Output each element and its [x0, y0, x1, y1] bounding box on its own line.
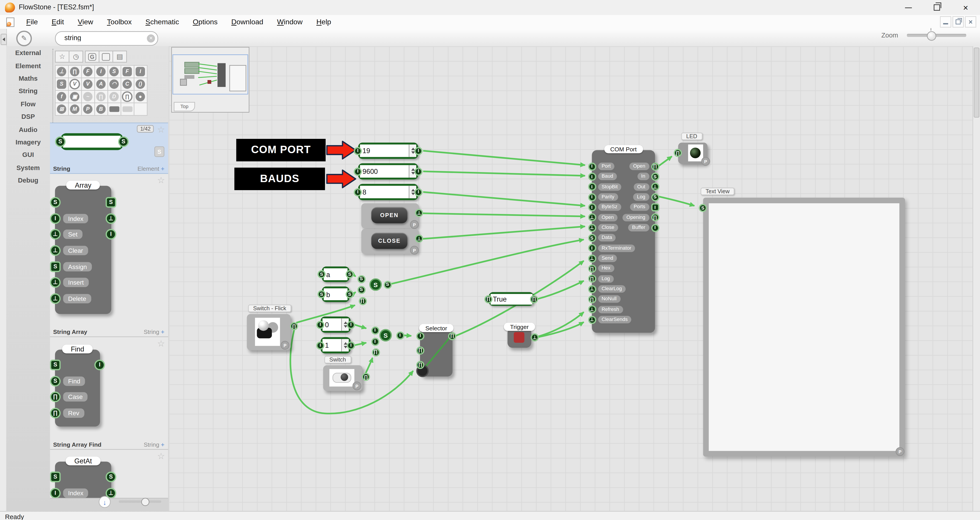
schematic-tab-top[interactable]: Top [174, 102, 195, 111]
string-out-connector[interactable]: S [346, 270, 354, 278]
input-connector[interactable]: I [50, 488, 60, 498]
string-b-value[interactable]: b [324, 289, 348, 300]
output-connector[interactable]: S [106, 472, 116, 483]
properties-badge[interactable]: P [410, 246, 419, 255]
type-filter-dot[interactable]: ● [134, 90, 147, 103]
string-in-connector[interactable]: S [699, 204, 707, 212]
type-filter-v[interactable]: V [81, 77, 95, 91]
output-buffer[interactable]: I [651, 224, 659, 232]
favorite-star-icon[interactable]: ☆ [157, 338, 165, 348]
bool-out-connector[interactable]: ∏ [530, 295, 538, 303]
spinner-up-icon[interactable] [411, 189, 415, 191]
trigger-module[interactable]: Trigger ⊥ [508, 328, 531, 348]
favorite-star-icon[interactable]: ☆ [157, 124, 165, 134]
input-parity[interactable]: I [588, 193, 596, 201]
properties-badge[interactable]: P [896, 447, 904, 456]
trigger-out-connector[interactable]: ⊥ [531, 333, 539, 341]
filter-modules-button[interactable]: ▤ [113, 51, 127, 62]
input-hex[interactable]: ∏ [588, 265, 596, 273]
sidebar-item-external[interactable]: External [6, 46, 50, 59]
output-in[interactable]: S [651, 172, 659, 180]
type-filter-string[interactable]: S [107, 65, 121, 78]
sidebar-item-element[interactable]: Element [6, 59, 50, 72]
menu-view[interactable]: View [71, 18, 100, 26]
output-open[interactable]: ∏ [651, 163, 659, 171]
int-zero-value[interactable]: 0 [323, 318, 341, 331]
type-filter-midi[interactable]: M [68, 102, 81, 115]
drag-type-badge[interactable]: S [154, 147, 164, 157]
array-module-preview[interactable]: Array S IIndex ⊥Set ⊥Clear SAssign ⊥Inse… [55, 186, 111, 314]
zoom-slider[interactable] [907, 33, 966, 37]
input-open[interactable]: ⊥ [588, 214, 596, 222]
type-filter-bitmap[interactable]: ▣ [68, 90, 81, 103]
sidebar-item-system[interactable]: System [6, 161, 50, 174]
type-filter-int[interactable]: I [94, 65, 108, 78]
result-item-string-array[interactable]: ☆ Array S IIndex ⊥Set ⊥Clear SAssign ⊥In… [50, 174, 168, 337]
selector-module[interactable]: Selector I ∏ ∏ ∏ [420, 329, 453, 376]
text-view-module[interactable]: Text View S P [703, 198, 905, 457]
string-switch-select[interactable]: ∏ [358, 297, 366, 305]
input-port[interactable]: I [588, 163, 596, 171]
output-opening[interactable]: ∏ [651, 214, 659, 222]
spinner-down-icon[interactable] [411, 172, 415, 174]
input-connector[interactable]: ∏ [50, 408, 60, 419]
string-in-connector[interactable]: S [318, 270, 326, 278]
spinner-down-icon[interactable] [344, 325, 347, 328]
input-connector[interactable]: ⊥ [50, 293, 60, 304]
menu-help[interactable]: Help [310, 18, 338, 26]
sidebar-item-gui[interactable]: GUI [6, 148, 50, 161]
input-close[interactable]: ⊥ [588, 224, 596, 232]
open-button[interactable]: OPEN [371, 207, 407, 223]
menu-schematic[interactable]: Schematic [138, 18, 186, 26]
close-button[interactable]: CLOSE [371, 233, 407, 249]
input-connector[interactable]: ⊥ [50, 245, 60, 256]
string-switch-in2[interactable]: S [357, 286, 365, 293]
type-filter-mesh[interactable]: ◠ [107, 77, 121, 91]
int-out-connector[interactable]: I [347, 321, 355, 329]
canvas-vertical-scrollbar[interactable] [972, 46, 980, 511]
menu-download[interactable]: Download [224, 18, 270, 26]
com-port-module[interactable]: COM Port IPort IBaud IStopBit IParity IB… [592, 150, 655, 333]
type-filter-float-array[interactable]: F [120, 65, 134, 78]
spinner-down-icon[interactable] [411, 152, 415, 154]
string-switch-in1[interactable]: S [357, 275, 365, 283]
type-filter-bool[interactable]: ∏ [68, 65, 81, 78]
input-stopbit[interactable]: I [588, 183, 596, 191]
int-switch-out[interactable]: I [396, 331, 404, 339]
sidebar-item-string[interactable]: String [6, 85, 50, 97]
spinner-down-icon[interactable] [411, 193, 415, 195]
type-filter-frame[interactable]: f [55, 90, 68, 103]
menu-window[interactable]: Window [270, 18, 310, 26]
input-send[interactable]: ⊥ [588, 254, 596, 262]
mdi-restore-button[interactable] [953, 16, 964, 28]
trigger-out-connector[interactable]: ⊥ [415, 209, 423, 217]
add-icon[interactable]: + [161, 328, 164, 335]
toolbox-zoom-slider[interactable] [119, 500, 161, 503]
output-log[interactable]: S [651, 193, 659, 201]
sidebar-item-dsp[interactable]: DSP [6, 110, 50, 123]
input-connector[interactable]: S [50, 261, 60, 272]
type-filter-int-array[interactable]: I [134, 65, 147, 78]
led-module[interactable]: LED ∏ P [678, 143, 708, 164]
sidebar-item-debug[interactable]: Debug [6, 174, 50, 187]
filter-primitives-button[interactable] [99, 51, 113, 62]
sidebar-item-audio[interactable]: Audio [6, 123, 50, 136]
input-connector[interactable]: ∏ [50, 392, 60, 402]
sidebar-item-maths[interactable]: Maths [6, 72, 50, 85]
int-switch-in1[interactable]: I [371, 326, 379, 334]
string-out-connector[interactable]: S [118, 136, 129, 147]
trigger-button[interactable] [514, 332, 525, 343]
input-log[interactable]: ∏ [588, 275, 596, 283]
input-nonull[interactable]: ∏ [588, 295, 596, 303]
input-rxterminator[interactable]: I [588, 244, 596, 252]
byte-size-value[interactable]: 8 [360, 186, 409, 198]
filter-groups-button[interactable]: G [85, 51, 100, 62]
input-connector[interactable]: S [50, 376, 60, 386]
sidebar-item-imagery[interactable]: Imagery [6, 136, 50, 148]
find-module-preview[interactable]: Find S SFind ∏Case ∏Rev I [55, 350, 100, 427]
type-filter-canvas[interactable]: C [120, 77, 134, 91]
int-switch-select[interactable]: ∏ [372, 348, 380, 356]
scrollbar-thumb[interactable] [974, 48, 979, 118]
mdi-close-button[interactable]: × [965, 16, 977, 28]
spinner-up-icon[interactable] [344, 342, 347, 345]
